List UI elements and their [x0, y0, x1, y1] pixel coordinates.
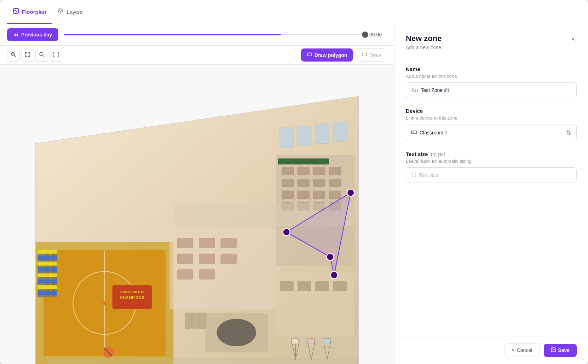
device-input-icon [411, 129, 417, 136]
time-slider[interactable] [64, 34, 365, 35]
svg-rect-32 [221, 238, 237, 248]
svg-rect-23 [38, 285, 57, 289]
zoom-collapse-button[interactable] [21, 49, 34, 62]
svg-rect-65 [298, 126, 311, 146]
svg-rect-34 [199, 254, 215, 264]
prev-day-button[interactable]: ⏮ Previous day [7, 28, 58, 41]
svg-text:HOUSE OF THE: HOUSE OF THE [120, 290, 144, 294]
main-content: ⏮ Previous day 09:00 [0, 24, 588, 364]
svg-rect-59 [298, 281, 311, 291]
zone-subtitle: Add a new zone [406, 45, 442, 50]
svg-point-82 [327, 253, 334, 260]
prev-day-icon: ⏮ [13, 32, 18, 37]
svg-rect-37 [199, 270, 215, 279]
zoom-controls-bar: Draw polygon Draw [0, 46, 394, 65]
draw-rect-icon [362, 52, 367, 58]
svg-rect-88 [411, 131, 416, 134]
svg-rect-86 [200, 313, 206, 329]
device-hint: Link a device to this zone [406, 115, 577, 121]
zone-panel-footer: × Cancel Save [394, 336, 588, 364]
svg-rect-45 [313, 179, 325, 187]
svg-rect-78 [323, 339, 330, 344]
zoom-expand-button[interactable] [50, 49, 62, 62]
svg-point-83 [330, 271, 338, 278]
draw-polygon-button[interactable]: Draw polygon [301, 48, 353, 62]
svg-rect-87 [47, 358, 358, 364]
text-size-label: Text size (in px) [406, 151, 577, 157]
svg-rect-48 [298, 191, 309, 198]
svg-rect-17 [38, 250, 57, 254]
svg-rect-85 [192, 313, 199, 329]
svg-rect-84 [185, 313, 192, 329]
timeline-slider-container: 09:00 [64, 32, 387, 37]
svg-rect-58 [280, 281, 294, 291]
zone-panel-header: New zone Add a new zone × [394, 24, 588, 56]
zoom-collapse-icon [25, 52, 30, 59]
device-chevron-icon: ⇅ [566, 129, 571, 137]
svg-rect-60 [315, 281, 329, 291]
svg-point-63 [217, 319, 256, 346]
svg-rect-39 [282, 167, 293, 175]
svg-rect-42 [329, 167, 341, 175]
name-input[interactable] [421, 87, 571, 93]
draw-rect-button[interactable]: Draw [356, 48, 387, 62]
zone-panel: New zone Add a new zone × Name Add a nam… [394, 24, 588, 364]
svg-rect-20 [38, 267, 57, 271]
timeline-bar: ⏮ Previous day 09:00 [0, 24, 394, 46]
svg-rect-31 [199, 238, 215, 248]
save-icon [551, 347, 556, 353]
svg-rect-55 [278, 158, 329, 164]
svg-rect-61 [333, 281, 347, 291]
canvas-area[interactable]: HOUSE OF THE CHAMPIONS [0, 65, 394, 364]
floorplan-icon [13, 8, 19, 16]
zoom-expand-icon [53, 52, 59, 59]
text-size-input[interactable] [419, 172, 571, 178]
svg-rect-6 [362, 53, 367, 56]
name-input-icon: Aa [411, 87, 418, 93]
svg-rect-33 [177, 254, 193, 264]
prev-day-label: Previous day [21, 32, 52, 37]
svg-rect-30 [177, 238, 193, 248]
svg-rect-93 [552, 350, 555, 352]
cancel-icon: × [512, 347, 515, 353]
close-button[interactable]: × [570, 34, 577, 44]
svg-marker-5 [307, 52, 312, 56]
svg-rect-22 [38, 279, 57, 283]
zoom-in-button[interactable] [7, 49, 20, 62]
tab-bar: Floorplan Layers [0, 0, 588, 24]
tab-floorplan-label: Floorplan [22, 9, 46, 15]
slider-thumb[interactable] [362, 31, 368, 38]
close-icon: × [571, 35, 575, 43]
device-field: Device Link a device to this zone Classr… [406, 108, 577, 141]
svg-rect-66 [315, 124, 329, 144]
svg-point-12 [102, 301, 107, 305]
tab-floorplan[interactable]: Floorplan [7, 0, 52, 24]
zone-title-group: New zone Add a new zone [406, 34, 442, 50]
text-size-field: Text size (in px) Leave blank for automa… [406, 151, 577, 183]
app-window: Floorplan Layers ⏮ Previous day [0, 0, 588, 364]
save-button[interactable]: Save [544, 344, 577, 357]
name-input-wrapper: Aa [406, 82, 577, 98]
time-label: 09:00 [369, 32, 387, 37]
device-value: Classroom 7 [420, 130, 448, 135]
zone-title: New zone [406, 34, 442, 43]
device-select[interactable]: Classroom 7 ⇅ [406, 124, 577, 141]
name-label: Name [406, 66, 577, 72]
svg-rect-1 [15, 10, 16, 11]
cancel-button[interactable]: × Cancel [505, 343, 540, 357]
name-hint: Add a name for this zone [406, 74, 577, 79]
svg-rect-64 [280, 128, 294, 148]
svg-rect-2 [16, 11, 17, 12]
svg-rect-41 [313, 167, 325, 175]
svg-rect-43 [282, 179, 293, 187]
tab-layers-label: Layers [67, 9, 82, 15]
svg-rect-44 [298, 179, 309, 187]
tab-layers[interactable]: Layers [52, 0, 88, 24]
save-label: Save [558, 347, 570, 353]
svg-rect-75 [307, 339, 315, 344]
zoom-out-button[interactable] [35, 49, 48, 62]
layers-icon [57, 8, 64, 16]
floorplan-svg: HOUSE OF THE CHAMPIONS [0, 65, 394, 364]
zone-panel-body: Name Add a name for this zone Aa Device … [394, 56, 588, 336]
svg-rect-67 [333, 122, 347, 141]
